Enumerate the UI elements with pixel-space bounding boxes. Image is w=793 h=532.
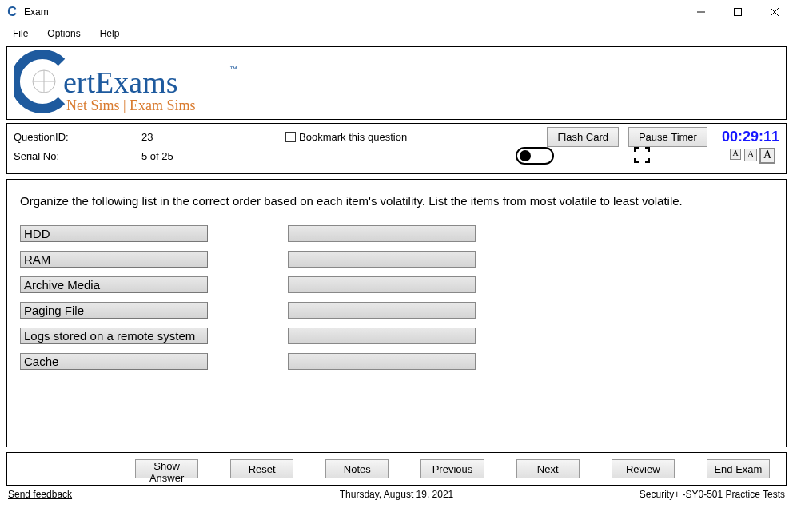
font-size-small[interactable]: A — [730, 149, 741, 160]
drag-item[interactable]: HDD — [20, 225, 208, 242]
close-button[interactable] — [756, 0, 793, 24]
logo-subtitle: Net Sims | Exam Sims — [66, 97, 196, 113]
serial-no-value: 5 of 25 — [141, 150, 285, 162]
question-id-value: 23 — [141, 131, 285, 143]
end-exam-button[interactable]: End Exam — [707, 459, 770, 478]
show-answer-button[interactable]: Show Answer — [135, 459, 198, 478]
flash-card-button[interactable]: Flash Card — [547, 127, 619, 147]
drop-slot[interactable] — [288, 353, 476, 370]
menu-options[interactable]: Options — [38, 26, 90, 41]
menu-bar: File Options Help — [0, 24, 793, 43]
svg-text:™: ™ — [229, 65, 237, 73]
menu-file[interactable]: File — [3, 26, 38, 41]
drag-item[interactable]: RAM — [20, 251, 208, 268]
window-title: Exam — [24, 6, 49, 18]
logo-panel: ertExams ™ Net Sims | Exam Sims — [6, 46, 787, 120]
status-exam-name: Security+ -SY0-501 Practice Tests — [640, 489, 785, 500]
timer-display: 00:29:11 — [722, 129, 779, 145]
logo-c-icon — [15, 54, 62, 109]
button-bar: Show Answer Reset Notes Previous Next Re… — [6, 452, 787, 486]
notes-button[interactable]: Notes — [325, 459, 389, 478]
question-text: Organize the following list in the corre… — [20, 194, 773, 208]
previous-button[interactable]: Previous — [420, 459, 484, 478]
minimize-button[interactable] — [683, 0, 719, 24]
drop-slot[interactable] — [288, 251, 476, 268]
reset-button[interactable]: Reset — [230, 459, 293, 478]
info-panel: QuestionID: 23 Bookmark this question Fl… — [6, 123, 787, 174]
drop-slot[interactable] — [288, 276, 476, 293]
status-date: Thursday, August 19, 2021 — [340, 489, 454, 500]
mode-toggle[interactable] — [516, 147, 554, 165]
drop-slot[interactable] — [288, 328, 476, 344]
pause-timer-button[interactable]: Pause Timer — [628, 127, 707, 147]
target-column — [288, 225, 476, 370]
font-size-medium[interactable]: A — [744, 149, 757, 161]
question-panel: Organize the following list in the corre… — [6, 179, 787, 447]
menu-help[interactable]: Help — [90, 26, 130, 41]
drag-item[interactable]: Logs stored on a remote system — [20, 328, 208, 344]
next-button[interactable]: Next — [516, 459, 580, 478]
fullscreen-icon[interactable] — [634, 147, 650, 165]
send-feedback-link[interactable]: Send feedback — [8, 489, 72, 500]
maximize-button[interactable] — [719, 0, 756, 24]
question-id-label: QuestionID: — [14, 131, 141, 143]
source-column: HDD RAM Archive Media Paging File Logs s… — [20, 225, 208, 370]
drag-item[interactable]: Archive Media — [20, 276, 208, 293]
app-icon: C — [5, 5, 19, 19]
drag-item[interactable]: Cache — [20, 353, 208, 370]
checkbox-icon — [285, 132, 296, 142]
review-button[interactable]: Review — [612, 459, 675, 478]
drop-slot[interactable] — [288, 225, 476, 242]
bookmark-label: Bookmark this question — [299, 131, 407, 143]
status-bar: Send feedback Thursday, August 19, 2021 … — [0, 487, 793, 502]
serial-no-label: Serial No: — [14, 150, 141, 162]
drag-item[interactable]: Paging File — [20, 302, 208, 319]
font-size-large[interactable]: A — [760, 149, 775, 163]
svg-rect-1 — [735, 9, 742, 16]
bookmark-checkbox[interactable]: Bookmark this question — [285, 131, 407, 143]
logo-brand-text: ertExams — [63, 66, 178, 99]
title-bar: C Exam — [0, 0, 793, 24]
toggle-knob — [520, 150, 531, 161]
drop-slot[interactable] — [288, 302, 476, 319]
